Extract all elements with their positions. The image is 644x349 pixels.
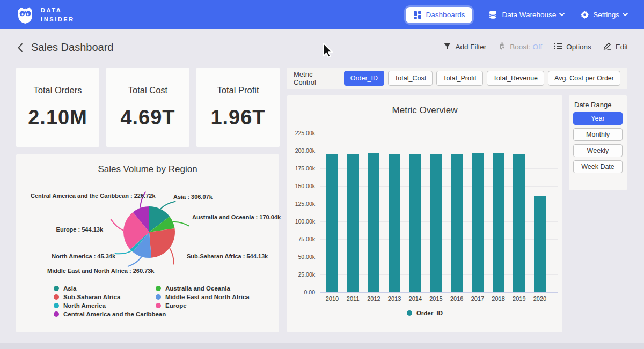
metric-button-order-id[interactable]: Order_ID <box>344 71 384 86</box>
bar-chart-title: Metric Overview <box>287 105 562 116</box>
legend-label: Asia <box>63 285 76 292</box>
bar-2018[interactable] <box>493 153 504 292</box>
database-icon <box>488 10 497 19</box>
metric-button-total-revenue[interactable]: Total_Revenue <box>487 71 544 86</box>
legend-item-sub-saharan-africa[interactable]: Sub-Saharan Africa <box>54 293 166 301</box>
x-axis-label-2016: 2016 <box>445 295 469 302</box>
edit-label: Edit <box>616 43 628 51</box>
y-axis-tick: 175.00k <box>287 165 315 172</box>
legend-dot <box>156 294 161 300</box>
pie-label-australia-and-oceania: Australia and Oceania : 170.04k <box>192 214 281 220</box>
nav-item-settings[interactable]: Settings <box>581 11 628 19</box>
chevron-down-icon <box>559 13 565 17</box>
legend-label: Sub-Saharan Africa <box>63 294 120 300</box>
bar-2013[interactable] <box>389 154 400 292</box>
legend-label: Australia and Oceania <box>165 285 230 292</box>
legend-dot <box>54 303 59 308</box>
metric-button-total-cost[interactable]: Total_Cost <box>388 71 433 86</box>
kpi-value: 4.69T <box>120 106 175 129</box>
y-axis-tick: 75.00k <box>287 236 315 242</box>
y-axis-tick: 200.00k <box>287 147 315 154</box>
boost-value: Off <box>532 43 542 51</box>
list-icon <box>554 42 562 51</box>
bar-2014[interactable] <box>409 154 421 292</box>
pencil-icon <box>603 42 612 52</box>
funnel-icon <box>443 42 451 52</box>
x-axis-label-2015: 2015 <box>425 295 448 302</box>
bar-2011[interactable] <box>347 154 359 292</box>
gridline-200 <box>320 151 558 151</box>
options-button[interactable]: Options <box>554 42 591 51</box>
add-filter-label: Add Filter <box>455 43 486 51</box>
legend-label: Middle East and North Africa <box>165 294 250 300</box>
nav-item-dashboards[interactable]: Dashboards <box>406 7 473 23</box>
nav-item-label: Data Warehouse <box>502 11 556 19</box>
bar-2016[interactable] <box>451 154 463 292</box>
pie-label-middle-east-and-north-africa: Middle East and North Africa : 260.73k <box>47 268 154 274</box>
brand-text: DATA INSIDER <box>41 6 75 24</box>
navbar: DATA INSIDER DashboardsData WarehouseSet… <box>0 0 644 29</box>
y-axis-tick: 50.00k <box>287 254 315 260</box>
legend-dot <box>54 294 59 300</box>
edit-button[interactable]: Edit <box>603 42 628 52</box>
bar-2020[interactable] <box>534 196 546 292</box>
legend-item-asia[interactable]: Asia <box>54 284 166 293</box>
date-range-button-monthly[interactable]: Monthly <box>573 128 623 141</box>
metric-button-total-profit[interactable]: Total_Profit <box>436 71 483 86</box>
legend-item-north-america[interactable]: North America <box>54 301 166 310</box>
bar-2012[interactable] <box>368 153 379 292</box>
pie-label-connector <box>170 249 173 264</box>
date-range-button-week-date[interactable]: Week Date <box>573 160 623 173</box>
x-axis-label-2011: 2011 <box>341 295 365 302</box>
legend-dot <box>156 286 161 291</box>
back-button[interactable] <box>14 42 26 55</box>
legend-item-middle-east-and-north-africa[interactable]: Middle East and North Africa <box>156 293 250 301</box>
date-range-label: Date Range <box>574 101 611 109</box>
y-axis-tick: 100.00k <box>287 218 315 225</box>
chevron-left-icon <box>17 43 23 55</box>
add-filter-button[interactable]: Add Filter <box>443 42 486 52</box>
pie-label-sub-saharan-africa: Sub-Saharan Africa : 544.13k <box>187 253 268 259</box>
legend-dot <box>407 310 412 316</box>
pie-label-europe: Europe : 544.13k <box>56 226 103 233</box>
nav-item-data-warehouse[interactable]: Data Warehouse <box>488 10 565 19</box>
x-axis-label-2012: 2012 <box>362 295 385 302</box>
legend-item-europe[interactable]: Europe <box>156 301 250 310</box>
legend-item-order-id[interactable]: Order_ID <box>287 310 562 316</box>
rocket-icon <box>498 42 506 52</box>
y-axis-tick: 150.00k <box>287 183 315 189</box>
pie-label-connector <box>128 257 141 266</box>
x-axis-label-2014: 2014 <box>404 295 427 302</box>
legend-item-australia-and-oceania[interactable]: Australia and Oceania <box>156 284 250 293</box>
metric-button-avg-cost-per-order[interactable]: Avg. Cost per Order <box>548 71 620 86</box>
bar-2019[interactable] <box>513 154 525 292</box>
pie-label-connector <box>173 222 189 226</box>
owl-logo-icon <box>16 5 34 25</box>
page-title: Sales Dashboard <box>31 41 113 54</box>
header-actions: Add Filter Boost: Off Options <box>443 42 628 52</box>
bar-2010[interactable] <box>326 154 338 292</box>
x-axis-label-2018: 2018 <box>487 295 510 302</box>
header-row: Sales Dashboard Add Filter Boost: Off <box>0 40 644 59</box>
kpi-card-total-cost: Total Cost4.69T <box>106 68 189 147</box>
metric-control-label: Metric Control <box>294 70 335 86</box>
gear-icon <box>581 11 589 19</box>
pie-label-connector <box>161 202 175 209</box>
legend-label: North America <box>63 302 106 309</box>
legend-dot <box>156 303 161 308</box>
kpi-card-total-orders: Total Orders2.10M <box>16 68 99 147</box>
bar-2017[interactable] <box>472 153 484 292</box>
date-range-button-year[interactable]: Year <box>573 112 623 125</box>
legend-dot <box>54 311 59 317</box>
boost-toggle[interactable]: Boost: Off <box>498 42 542 52</box>
nav-item-label: Dashboards <box>426 11 465 19</box>
y-axis-tick: 125.00k <box>287 201 315 207</box>
bar-2015[interactable] <box>430 154 442 292</box>
legend-dot <box>54 286 59 291</box>
date-range-button-weekly[interactable]: Weekly <box>573 144 623 157</box>
pie-slice-sub-saharan-africa[interactable] <box>149 228 175 258</box>
brand-line2: INSIDER <box>41 15 75 24</box>
legend-item-central-america-and-the-caribbean[interactable]: Central America and the Caribbean <box>54 310 166 318</box>
kpi-label: Total Orders <box>34 85 82 95</box>
kpi-label: Total Profit <box>217 85 259 95</box>
